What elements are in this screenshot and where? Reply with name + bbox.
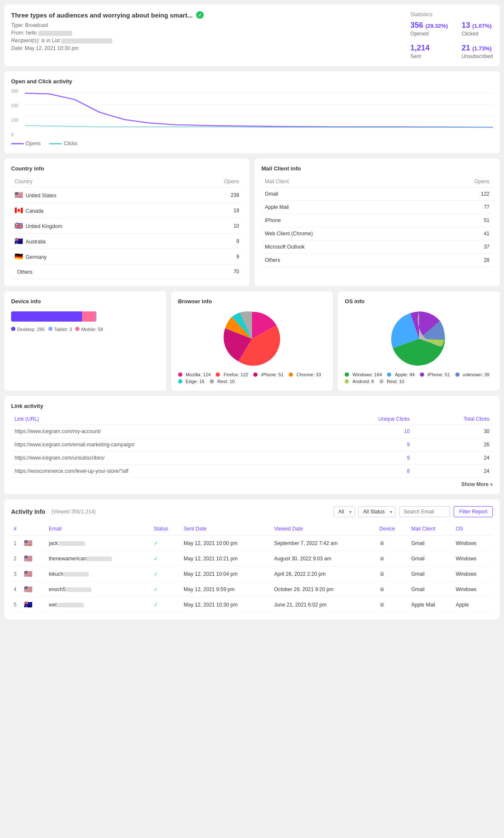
row-num: 2 <box>11 551 21 566</box>
row-device: 🖥 <box>377 582 409 597</box>
os-card: OS info Wi <box>338 291 500 391</box>
row-num: 1 <box>11 536 21 551</box>
row-viewed: August 30, 2022 9:03 am <box>272 551 377 566</box>
activity-row: 4 🇺🇸 enoch5 ✓ May 12, 2021 9:59 pm Octob… <box>11 582 493 597</box>
row-os: Windows <box>453 551 493 566</box>
link-activity-card: Link activity Link (URL) Unique Clicks T… <box>4 396 500 494</box>
col-device: Device <box>377 522 409 536</box>
search-email-input[interactable] <box>399 506 450 517</box>
link-table: Link (URL) Unique Clicks Total Clicks ht… <box>11 413 493 478</box>
row-os: Windows <box>453 536 493 551</box>
device-legend: Desktop: 295 Tablet: 3 Mobile: 58 <box>11 327 159 332</box>
device-mobile-segment <box>82 311 96 322</box>
row-viewed: April 26, 2022 2:20 pm <box>272 566 377 582</box>
stat-clicked: 13 (1.07%) Clicked <box>462 21 493 37</box>
os-pie <box>345 309 493 369</box>
device-title: Device info <box>11 298 159 305</box>
row-email: jack: <box>46 536 151 551</box>
activity-viewed-count: (Viewed 356/1,214) <box>51 509 96 515</box>
meta-recipients: Recipient(s): is in List <box>11 38 204 44</box>
row-sent: May 12, 2021 10:04 pm <box>181 566 272 582</box>
mail-client-row: Web Client (Chrome)41 <box>261 227 493 240</box>
activity-row: 2 🇺🇸 thenewamerican ✓ May 12, 2021 10:21… <box>11 551 493 566</box>
row-flag: 🇺🇸 <box>21 551 46 566</box>
status-check-icon: ✓ <box>196 11 204 19</box>
header-left: Three types of audiences and worrying ab… <box>11 11 204 53</box>
col-sent: Sent Date <box>181 522 272 536</box>
link-row: https://woocommerce.com/level-up-your-st… <box>11 465 493 478</box>
activity-row: 3 🇺🇸 kikuch ✓ May 12, 2021 10:04 pm Apri… <box>11 566 493 582</box>
stat-opened: 356 (29.32%) Opened <box>410 21 448 37</box>
row-status: ✓ <box>151 597 182 612</box>
browser-title: Browser info <box>178 298 326 305</box>
row-mail-client: Gmail <box>409 536 453 551</box>
row-sent: May 12, 2021 9:59 pm <box>181 582 272 597</box>
row-sent: May 12, 2021 10:00 pm <box>181 536 272 551</box>
unique-clicks-header: Unique Clicks <box>320 413 413 425</box>
status-dropdown-wrapper: All Status <box>358 506 396 517</box>
row-email: kikuch <box>46 566 151 582</box>
row-mail-client: Gmail <box>409 566 453 582</box>
mail-client-row: Gmail122 <box>261 188 493 201</box>
status-dropdown[interactable]: All Status <box>358 506 396 517</box>
stats-title: Statistics <box>410 11 493 18</box>
country-row: 🇦🇺Australia9 <box>11 234 243 249</box>
row-flag: 🇺🇸 <box>21 566 46 582</box>
link-row: https://www.icegram.com/email-marketing-… <box>11 438 493 451</box>
link-row: https://www.icegram.com/my-account/1030 <box>11 425 493 438</box>
mail-client-opens-header: Opens <box>427 176 493 188</box>
meta-date: Date: May 12, 2021 10:30 pm <box>11 45 204 51</box>
device-desktop-segment <box>11 311 82 322</box>
activity-info-header: Activity Info (Viewed 356/1,214) All All… <box>11 506 493 517</box>
row-email: enoch5 <box>46 582 151 597</box>
filter-report-button[interactable]: Filter Report <box>454 506 493 517</box>
activity-chart <box>25 89 493 136</box>
activity-controls: All All Status Filter Report <box>334 506 493 517</box>
device-card: Device info Desktop: 295 Tablet: 3 Mobil… <box>4 291 166 391</box>
country-row: 🇺🇸United States239 <box>11 188 243 203</box>
country-opens-header: Opens <box>176 176 243 188</box>
col-num: # <box>11 522 21 536</box>
device-bar <box>11 311 97 322</box>
device-tablet-segment <box>96 311 97 322</box>
country-row: 🇨🇦Canada19 <box>11 203 243 218</box>
mail-client-row: Microsoft Outlook37 <box>261 240 493 254</box>
row-mail-client: Gmail <box>409 551 453 566</box>
open-click-title: Open and Click activity <box>11 78 493 85</box>
col-flag <box>21 522 46 536</box>
col-email: Email <box>46 522 151 536</box>
meta-type: Type: Broadcast <box>11 22 204 28</box>
row-device: 🖥 <box>377 536 409 551</box>
row-os: Windows <box>453 566 493 582</box>
row-email: wet: <box>46 597 151 612</box>
country-table: Country Opens 🇺🇸United States239🇨🇦Canada… <box>11 176 243 279</box>
row-viewed: October 29, 2021 9:20 pm <box>272 582 377 597</box>
mail-client-row: Others28 <box>261 254 493 267</box>
browser-card: Browser info <box>171 291 333 391</box>
device-browser-os-row: Device info Desktop: 295 Tablet: 3 Mobil… <box>4 291 500 396</box>
activity-info-card: Activity Info (Viewed 356/1,214) All All… <box>4 499 500 619</box>
total-clicks-header: Total Clicks <box>413 413 493 425</box>
col-status: Status <box>151 522 182 536</box>
row-flag: 🇺🇸 <box>21 536 46 551</box>
country-row: Others70 <box>11 264 243 279</box>
y-axis: 300 200 100 0 <box>11 89 24 137</box>
all-dropdown[interactable]: All <box>334 506 355 517</box>
row-device: 🖥 <box>377 566 409 582</box>
row-flag: 🇺🇸 <box>21 582 46 597</box>
row-mail-client: Apple Mail <box>409 597 453 612</box>
row-status: ✓ <box>151 582 182 597</box>
show-more-btn[interactable]: Show More » <box>11 478 493 487</box>
mail-client-table: Mail Client Opens Gmail122Apple Mail77iP… <box>261 176 493 267</box>
row-num: 3 <box>11 566 21 582</box>
country-card: Country info Country Opens 🇺🇸United Stat… <box>4 158 249 286</box>
os-legend: Windows: 164 Apple: 84 iPhone: 51 unknow… <box>345 372 493 384</box>
col-viewed: Viewed Date <box>272 522 377 536</box>
header-card: Three types of audiences and worrying ab… <box>4 4 500 66</box>
activity-info-title: Activity Info <box>11 508 45 515</box>
row-device: 🖥 <box>377 551 409 566</box>
mail-client-row: iPhone51 <box>261 214 493 227</box>
country-mail-row: Country info Country Opens 🇺🇸United Stat… <box>4 158 500 291</box>
row-flag: 🇦🇺 <box>21 597 46 612</box>
mail-client-row: Apple Mail77 <box>261 201 493 214</box>
